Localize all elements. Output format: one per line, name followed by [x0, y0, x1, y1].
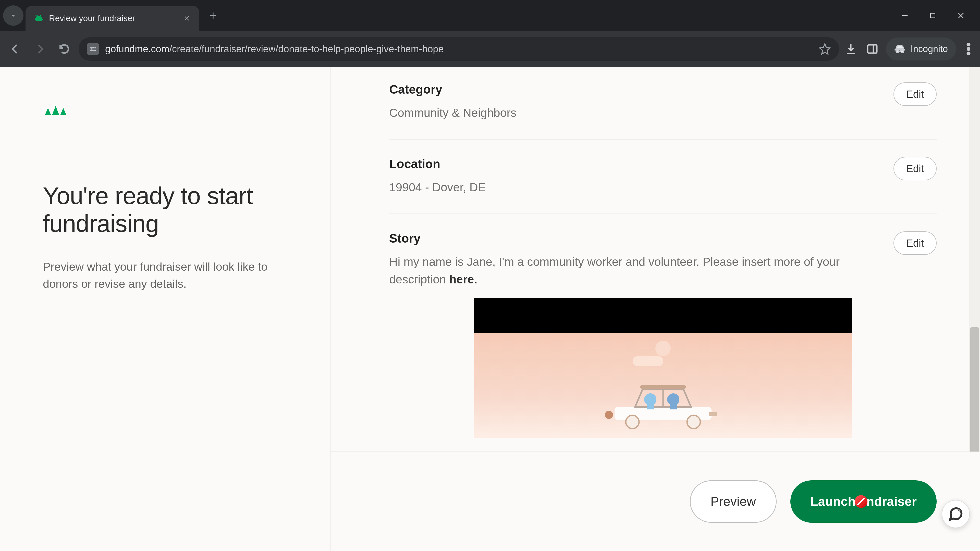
- location-heading: Location: [389, 157, 894, 171]
- preview-button[interactable]: Preview: [690, 480, 776, 523]
- svg-point-16: [687, 415, 700, 429]
- edit-location-button[interactable]: Edit: [894, 157, 937, 180]
- site-settings-icon[interactable]: [87, 43, 99, 55]
- section-category: Category Community & Neighbors Edit: [389, 83, 937, 140]
- svg-rect-10: [640, 385, 686, 389]
- help-chat-fab[interactable]: [942, 500, 970, 528]
- svg-rect-12: [647, 403, 654, 410]
- side-panel-icon[interactable]: [865, 41, 880, 57]
- page-subtext: Preview what your fundraiser will look l…: [43, 258, 283, 292]
- url-text: gofundme.com/create/fundraiser/review/do…: [105, 44, 444, 55]
- tab-search-dropdown[interactable]: [3, 5, 24, 26]
- svg-point-5: [967, 43, 970, 46]
- story-value: Hi my name is Jane, I'm a community work…: [389, 253, 894, 288]
- left-sidebar: You're ready to start fundraising Previe…: [0, 67, 331, 551]
- incognito-indicator[interactable]: Incognito: [886, 38, 956, 60]
- edit-story-button[interactable]: Edit: [894, 231, 937, 255]
- location-value: 19904 - Dover, DE: [389, 179, 894, 196]
- svg-rect-0: [931, 13, 935, 18]
- new-tab-button[interactable]: [204, 6, 222, 24]
- svg-point-2: [91, 48, 92, 49]
- launch-label-suffix: ndraiser: [866, 494, 917, 509]
- gofundme-logo: [43, 103, 289, 118]
- browser-tab[interactable]: Review your fundraiser: [25, 6, 199, 31]
- tab-close-icon[interactable]: [182, 13, 192, 24]
- bookmark-star-icon[interactable]: [819, 43, 831, 55]
- edit-category-button[interactable]: Edit: [894, 83, 937, 106]
- incognito-label: Incognito: [911, 44, 948, 54]
- prohibited-icon: [855, 495, 867, 508]
- story-heading: Story: [389, 231, 894, 245]
- section-story: Story Hi my name is Jane, I'm a communit…: [389, 214, 937, 451]
- launch-fundraiser-button[interactable]: Launch ndraiser: [791, 480, 937, 523]
- section-location: Location 19904 - Dover, DE Edit: [389, 140, 937, 214]
- story-text-bold: here.: [449, 273, 477, 286]
- svg-rect-14: [670, 403, 677, 410]
- nav-back-button[interactable]: [5, 39, 25, 59]
- review-panel: Category Community & Neighbors Edit Loca…: [331, 67, 980, 551]
- tab-title: Review your fundraiser: [49, 14, 177, 23]
- downloads-icon[interactable]: [843, 41, 859, 57]
- action-footer: Preview Launch ndraiser: [331, 451, 980, 551]
- nav-reload-button[interactable]: [54, 39, 75, 59]
- window-maximize-icon[interactable]: [926, 9, 939, 22]
- window-minimize-icon[interactable]: [898, 9, 911, 22]
- nav-forward-button: [30, 39, 50, 59]
- svg-point-6: [967, 48, 970, 50]
- window-close-icon[interactable]: [955, 9, 967, 22]
- svg-rect-18: [709, 412, 717, 416]
- launch-label-prefix: Launch: [810, 494, 856, 509]
- category-heading: Category: [389, 83, 894, 97]
- svg-rect-4: [868, 45, 877, 53]
- address-bar[interactable]: gofundme.com/create/fundraiser/review/do…: [79, 37, 839, 61]
- gofundme-favicon: [34, 13, 44, 24]
- svg-point-1: [93, 47, 94, 48]
- page-headline: You're ready to start fundraising: [43, 182, 289, 238]
- svg-point-17: [605, 411, 613, 419]
- story-media-preview: [474, 298, 852, 438]
- svg-point-15: [626, 415, 639, 429]
- category-value: Community & Neighbors: [389, 104, 894, 122]
- svg-point-3: [95, 50, 96, 51]
- browser-menu-icon[interactable]: [962, 43, 975, 56]
- svg-point-7: [967, 52, 970, 55]
